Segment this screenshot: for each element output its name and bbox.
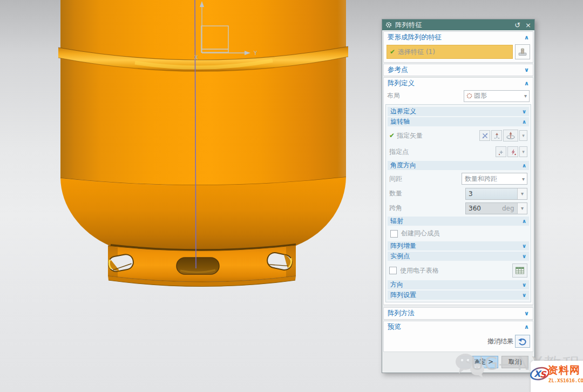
vector-constructor-icon	[493, 132, 500, 139]
dialog-footer: < 确定 > 取消	[382, 352, 534, 373]
chevron-up-icon: ∧	[522, 119, 526, 125]
chevron-down-icon: ∨	[522, 282, 526, 288]
direction-label: 方向	[390, 280, 403, 289]
pattern-method-header[interactable]: 阵列方法 ∨	[384, 308, 533, 319]
circular-layout-icon	[466, 93, 472, 99]
chevron-up-icon: ∧	[524, 34, 529, 41]
point-constructor-icon	[498, 148, 505, 156]
angular-direction-label: 角度方向	[390, 161, 416, 170]
count-value: 3	[466, 188, 517, 199]
chevron-down-icon: ∨	[522, 109, 526, 114]
angular-direction-bar[interactable]: 角度方向 ∧	[388, 161, 529, 170]
pattern-method-label: 阵列方法	[388, 309, 415, 318]
inferred-point-button[interactable]	[507, 146, 518, 157]
vector-constructor-button[interactable]	[491, 130, 502, 141]
dialog-title: 阵列特征	[395, 21, 510, 30]
reference-point-header[interactable]: 参考点 ∨	[384, 64, 533, 76]
layout-dropdown[interactable]: 圆形 ▾	[464, 90, 530, 102]
undo-result-label: 撤消结果	[487, 337, 513, 346]
dropdown-arrow-icon: ▾	[522, 176, 525, 182]
spreadsheet-button[interactable]	[512, 263, 527, 278]
chevron-down-icon: ∨	[524, 310, 529, 317]
graphics-viewport[interactable]: Y X 阵列特征 ↺ × 要形成阵列的特征 ∧ ✔ 选择特征 (1)	[0, 0, 583, 392]
rotation-axis-bar[interactable]: 旋转轴 ∧	[388, 117, 529, 126]
reset-icon[interactable]: ↺	[514, 22, 520, 29]
direction-bar[interactable]: 方向 ∨	[388, 280, 529, 289]
ok-button[interactable]: < 确定 >	[460, 356, 498, 368]
radiate-bar[interactable]: 辐射 ∧	[388, 217, 529, 226]
dropdown-arrow-icon: ▾	[524, 93, 527, 99]
reverse-vector-icon	[482, 132, 489, 139]
slot-center	[177, 258, 219, 274]
chevron-down-icon: ∨	[524, 66, 529, 73]
vector-dialog-button[interactable]	[503, 130, 518, 141]
instance-points-label: 实例点	[390, 252, 410, 261]
point-options-dropdown[interactable]: ▾	[519, 146, 527, 157]
layout-label: 布局	[387, 91, 400, 100]
cancel-button[interactable]: 取消	[501, 356, 528, 368]
pattern-definition-header[interactable]: 阵列定义 ∧	[384, 78, 533, 89]
point-constructor-button[interactable]	[496, 146, 506, 157]
span-angle-dropdown-arrow[interactable]: ▾	[517, 203, 527, 214]
spreadsheet-icon	[515, 266, 525, 275]
radiate-label: 辐射	[390, 217, 403, 226]
section-reference-point: 参考点 ∨	[383, 64, 533, 76]
checkmark-icon: ✔	[390, 48, 395, 56]
count-field[interactable]: 3 ▾	[465, 188, 527, 200]
layout-value: 圆形	[474, 91, 524, 100]
features-to-pattern-header[interactable]: 要形成阵列的特征 ∧	[384, 32, 533, 43]
specify-vector-label: 指定矢量	[397, 132, 423, 139]
chevron-down-icon: ∨	[522, 243, 526, 249]
pattern-increment-label: 阵列增量	[390, 241, 416, 251]
vector-options-dropdown[interactable]: ▾	[519, 130, 527, 141]
bottom-dome	[60, 177, 346, 251]
boundary-definition-bar[interactable]: 边界定义 ∨	[388, 107, 529, 116]
chevron-down-icon: ∨	[522, 253, 526, 259]
boundary-definition-label: 边界定义	[390, 107, 416, 116]
csys-x-label: X	[194, 55, 198, 60]
rotation-axis-label: 旋转轴	[390, 117, 410, 126]
count-dropdown-arrow[interactable]: ▾	[517, 188, 527, 199]
gear-icon	[385, 22, 392, 28]
span-angle-label: 跨角	[389, 204, 402, 213]
use-spreadsheet-checkbox[interactable]	[389, 267, 397, 274]
dialog-titlebar[interactable]: 阵列特征 ↺ ×	[382, 19, 534, 30]
chevron-up-icon: ∧	[524, 323, 529, 330]
section-features-to-pattern: 要形成阵列的特征 ∧ ✔ 选择特征 (1)	[383, 31, 533, 63]
section-preview: 预览 ∧ 撤消结果	[383, 321, 533, 352]
feature-icon	[517, 46, 528, 57]
pattern-definition-groupbox: 边界定义 ∨ 旋转轴 ∧ ✔指定矢量	[385, 104, 531, 302]
feature-select-button[interactable]	[515, 44, 530, 59]
chevron-up-icon: ∧	[522, 218, 526, 224]
vector-dialog-icon	[505, 131, 516, 140]
chevron-up-icon: ∧	[524, 80, 529, 87]
pattern-definition-label: 阵列定义	[388, 79, 415, 88]
undo-icon	[518, 337, 527, 346]
close-icon[interactable]: ×	[525, 22, 531, 29]
instance-points-bar[interactable]: 实例点 ∨	[388, 252, 529, 261]
select-feature-label: 选择特征 (1)	[398, 48, 435, 57]
spacing-value: 数量和跨距	[465, 174, 522, 184]
reference-point-label: 参考点	[388, 65, 408, 75]
preview-header[interactable]: 预览 ∧	[384, 321, 533, 333]
spacing-label: 间距	[389, 174, 402, 184]
use-spreadsheet-label: 使用电子表格	[400, 266, 439, 275]
cylinder-body	[60, 0, 346, 186]
checkmark-icon: ✔	[389, 132, 395, 139]
pattern-settings-bar[interactable]: 阵列设置 ∨	[388, 290, 529, 300]
span-angle-unit: deg	[502, 203, 517, 214]
undo-result-button[interactable]	[515, 335, 530, 348]
create-concentric-checkbox[interactable]	[390, 230, 398, 238]
reverse-vector-button[interactable]	[479, 130, 490, 141]
chevron-up-icon: ∧	[522, 163, 526, 168]
select-feature-field[interactable]: ✔ 选择特征 (1)	[387, 45, 513, 59]
span-angle-field[interactable]: 360 deg ▾	[465, 202, 527, 214]
spacing-dropdown[interactable]: 数量和跨距 ▾	[462, 173, 527, 185]
chevron-down-icon: ∨	[522, 292, 526, 298]
pattern-increment-bar[interactable]: 阵列增量 ∨	[388, 241, 529, 251]
preview-label: 预览	[388, 322, 401, 332]
pattern-settings-label: 阵列设置	[390, 290, 416, 300]
section-pattern-method: 阵列方法 ∨	[383, 307, 533, 320]
create-concentric-label: 创建同心成员	[401, 229, 440, 238]
section-pattern-definition: 阵列定义 ∧ 布局 圆形 ▾ 边界定义 ∨ 旋转轴	[383, 77, 533, 305]
